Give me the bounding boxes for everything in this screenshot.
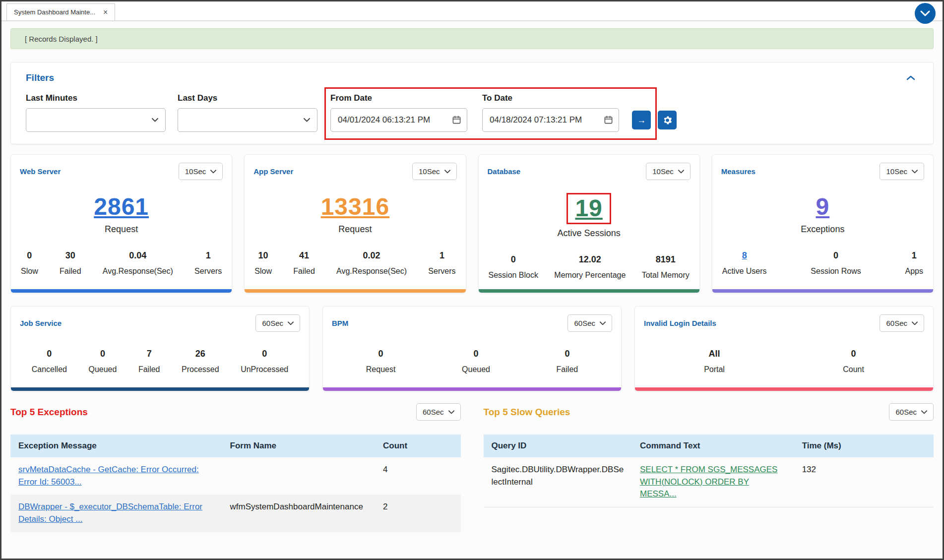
stat-session-block: 0 Session Block [489, 254, 539, 280]
stat-active-users: 8 Active Users [722, 250, 767, 276]
stat-value: 0 [843, 349, 864, 359]
stat-label: Slow [254, 267, 272, 276]
chevron-down-icon [678, 170, 684, 174]
column-header-query-id: Query ID [484, 435, 632, 457]
stat-value: 0.04 [103, 250, 173, 261]
job-service-interval-dropdown[interactable]: 60Sec [255, 314, 300, 332]
card-bpm: BPM 60Sec 0 Request 0 Queued 0 Failed [322, 306, 622, 391]
chevron-down-icon [448, 410, 454, 414]
web-server-interval-dropdown[interactable]: 10Sec [179, 163, 223, 180]
stat-servers: 1 Servers [194, 250, 222, 276]
metric-cards-row-2: Job Service 60Sec 0 Cancelled 0 Queued 7… [10, 306, 934, 391]
chevron-down-icon [912, 321, 918, 325]
stat-apps: 1 Apps [905, 250, 923, 276]
tab-bar: System Dashboard Mainte... × [1, 1, 943, 21]
measures-exceptions-count-link[interactable]: 9 [816, 193, 830, 220]
bpm-interval-dropdown[interactable]: 60Sec [567, 314, 612, 332]
database-active-sessions-link[interactable]: 19 [575, 194, 602, 222]
app-server-interval-dropdown[interactable]: 10Sec [412, 163, 457, 180]
stat-total-memory: 8191 Total Memory [642, 254, 690, 280]
exceptions-interval-dropdown[interactable]: 60Sec [416, 403, 461, 421]
from-date-input[interactable] [330, 108, 467, 132]
stat-value: 0 [241, 349, 288, 359]
form-name-cell: wfmSystemDashboardMaintenance [222, 495, 376, 532]
stat-servers: 1 Servers [428, 250, 455, 276]
card-title: App Server [253, 167, 293, 176]
stat-value: 0 [32, 349, 67, 359]
stat-unprocessed: 0 UnProcessed [241, 349, 288, 374]
card-title: Job Service [20, 319, 62, 327]
last-days-label: Last Days [178, 93, 317, 103]
table-row: Sagitec.DBUtility.DBWrapper.DBSelectInte… [484, 457, 934, 507]
stat-label: Portal [704, 365, 725, 374]
command-text-link[interactable]: SELECT * FROM SGS_MESSAGES WITH(NOLOCK) … [640, 465, 777, 498]
card-title: Measures [721, 167, 755, 176]
apply-filter-button[interactable]: → [632, 111, 651, 129]
last-minutes-field: Last Minutes [26, 93, 166, 132]
column-header-exception-message: Exception Message [10, 435, 222, 457]
column-header-command-text: Command Text [632, 435, 794, 457]
top-5-exceptions-panel: Top 5 Exceptions 60Sec Exception Message… [10, 403, 461, 532]
interval-value: 60Sec [574, 319, 595, 327]
stat-processed: 26 Processed [182, 349, 219, 374]
tab-system-dashboard[interactable]: System Dashboard Mainte... × [6, 3, 115, 20]
web-server-request-count-link[interactable]: 2861 [94, 193, 149, 220]
big-label: Exceptions [721, 224, 924, 235]
to-date-calendar-icon[interactable] [604, 115, 613, 126]
stat-portal: All Portal [704, 349, 725, 374]
stat-value: 0 [462, 349, 490, 359]
to-date-label: To Date [482, 93, 619, 103]
stat-queued: 0 Queued [88, 349, 117, 374]
card-accent-bar [712, 289, 933, 293]
stat-value: 0 [21, 250, 38, 261]
expand-collapse-button[interactable] [915, 3, 936, 24]
filters-collapse-button[interactable] [903, 73, 918, 82]
tab-close-icon[interactable]: × [103, 8, 108, 16]
to-date-input[interactable] [482, 108, 619, 132]
card-accent-bar [635, 387, 933, 391]
stat-value: 10 [254, 250, 272, 261]
stat-label: Failed [293, 267, 315, 276]
exception-message-link[interactable]: srvMetaDataCache - GetCache: Error Occur… [18, 465, 199, 487]
settings-button[interactable] [658, 111, 677, 129]
stat-label: Avg.Response(Sec) [103, 267, 173, 276]
column-header-count: Count [375, 435, 460, 457]
stat-value: 0.02 [336, 250, 407, 261]
table-row: DBWrapper - $_executor_DBSchemaTable: Er… [10, 495, 461, 532]
exception-message-link[interactable]: DBWrapper - $_executor_DBSchemaTable: Er… [18, 502, 202, 524]
app-server-request-count-link[interactable]: 13316 [321, 193, 389, 220]
slow-queries-interval-dropdown[interactable]: 60Sec [889, 403, 934, 421]
stat-failed: 30 Failed [60, 250, 81, 276]
database-interval-dropdown[interactable]: 10Sec [646, 163, 691, 180]
big-label: Request [253, 224, 456, 235]
stat-value: 1 [194, 250, 222, 261]
card-measures: Measures 10Sec 9 Exceptions 8 Active Use… [712, 154, 934, 293]
stat-avg-response: 0.04 Avg.Response(Sec) [103, 250, 173, 276]
card-app-server: App Server 10Sec 13316 Request 10 Slow 4… [244, 154, 466, 293]
count-cell: 4 [375, 457, 460, 495]
interval-value: 10Sec [419, 167, 440, 176]
stat-value: 12.02 [554, 254, 626, 265]
invalid-login-interval-dropdown[interactable]: 60Sec [880, 314, 924, 332]
stat-label: Failed [557, 365, 578, 374]
active-users-link[interactable]: 8 [722, 250, 767, 261]
tab-title: System Dashboard Mainte... [14, 8, 95, 16]
last-days-field: Last Days [178, 93, 317, 132]
exceptions-table: Exception Message Form Name Count srvMet… [10, 435, 461, 532]
from-date-calendar-icon[interactable] [452, 115, 461, 126]
interval-value: 60Sec [895, 408, 917, 416]
card-web-server: Web Server 10Sec 2861 Request 0 Slow 30 … [10, 154, 232, 293]
measures-interval-dropdown[interactable]: 10Sec [880, 163, 924, 180]
chevron-down-icon [444, 170, 450, 174]
last-minutes-select[interactable] [26, 108, 166, 132]
stat-label: Servers [428, 267, 455, 276]
card-invalid-login-details: Invalid Login Details 60Sec All Portal 0… [634, 306, 934, 391]
card-accent-bar [11, 387, 309, 391]
stat-value: All [704, 349, 725, 359]
system-dashboard-page: { "window": { "tab_title": "System Dashb… [0, 0, 944, 560]
stat-value: 7 [138, 349, 160, 359]
time-ms-cell: 132 [794, 457, 934, 507]
count-cell: 2 [375, 495, 460, 532]
last-days-select[interactable] [178, 108, 317, 132]
big-label: Active Sessions [488, 228, 691, 239]
